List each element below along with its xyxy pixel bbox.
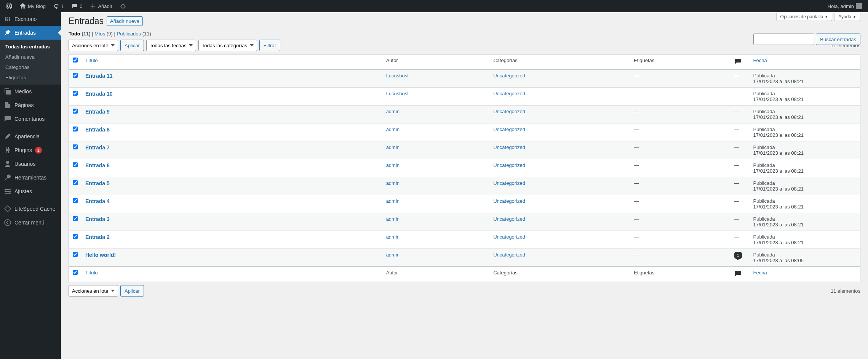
- row-checkbox[interactable]: [73, 180, 78, 185]
- row-title-link[interactable]: Entrada 10: [85, 91, 113, 97]
- sidebar-subitem-tags[interactable]: Etiquetas: [0, 72, 61, 83]
- row-author-link[interactable]: Lucushost: [386, 91, 409, 96]
- col-date[interactable]: Fecha: [753, 58, 767, 63]
- row-checkbox[interactable]: [73, 91, 78, 96]
- row-category-link[interactable]: Uncategorized: [493, 91, 525, 96]
- row-title-link[interactable]: Entrada 5: [85, 180, 110, 186]
- row-author-link[interactable]: admin: [386, 109, 400, 114]
- sidebar-item-posts[interactable]: Entradas: [0, 26, 61, 40]
- sidebar-item-appearance[interactable]: Apariencia: [0, 130, 61, 143]
- row-category-link[interactable]: Uncategorized: [493, 216, 525, 222]
- litespeed-bar-icon[interactable]: [117, 0, 129, 12]
- row-checkbox[interactable]: [73, 216, 78, 221]
- row-author-link[interactable]: admin: [386, 127, 400, 132]
- row-author-link[interactable]: admin: [386, 234, 400, 240]
- col-date-foot[interactable]: Fecha: [753, 270, 767, 276]
- category-filter-select[interactable]: Todas las categorías: [198, 40, 257, 51]
- row-category-link[interactable]: Uncategorized: [493, 234, 525, 240]
- row-checkbox[interactable]: [73, 73, 78, 78]
- bulk-action-select-bottom[interactable]: Acciones en lote: [69, 285, 118, 296]
- view-published-link[interactable]: Publicados (11): [117, 31, 151, 37]
- select-all-bottom[interactable]: [73, 270, 78, 275]
- view-all-link[interactable]: Todo: [69, 31, 80, 37]
- row-author-link[interactable]: Lucushost: [386, 73, 409, 79]
- media-icon: [4, 88, 11, 95]
- view-mine-link[interactable]: Míos (9): [94, 31, 113, 37]
- sidebar-item-comments[interactable]: Comentarios: [0, 112, 61, 126]
- svg-point-4: [5, 191, 6, 192]
- row-checkbox[interactable]: [73, 252, 78, 257]
- sidebar-item-pages[interactable]: Páginas: [0, 98, 61, 112]
- row-checkbox[interactable]: [73, 144, 78, 149]
- row-category-link[interactable]: Uncategorized: [493, 198, 525, 204]
- row-title-link[interactable]: Entrada 6: [85, 162, 110, 168]
- row-checkbox[interactable]: [73, 162, 78, 167]
- row-title-link[interactable]: Entrada 2: [85, 234, 110, 240]
- new-content-link[interactable]: Añadir: [87, 0, 115, 12]
- row-checkbox[interactable]: [73, 127, 78, 131]
- sidebar-subitem-categories[interactable]: Categorías: [0, 62, 61, 72]
- col-comments-foot[interactable]: [731, 267, 750, 282]
- apply-button-top[interactable]: Aplicar: [120, 40, 144, 51]
- site-name-link[interactable]: My Blog: [17, 0, 49, 12]
- sidebar-item-collapse[interactable]: Cerrar menú: [0, 216, 61, 229]
- row-category-link[interactable]: Uncategorized: [493, 73, 525, 79]
- sidebar-item-dashboard[interactable]: Escritorio: [0, 12, 61, 26]
- row-title-link[interactable]: Hello world!: [85, 252, 116, 258]
- row-category-link[interactable]: Uncategorized: [493, 109, 525, 114]
- search-button[interactable]: Buscar entradas: [816, 34, 860, 45]
- filter-button[interactable]: Filtrar: [259, 40, 280, 51]
- row-category-link[interactable]: Uncategorized: [493, 127, 525, 132]
- row-author-link[interactable]: admin: [386, 216, 400, 222]
- screen-options-tab[interactable]: Opciones de pantalla ▼: [776, 13, 833, 21]
- row-category-link[interactable]: Uncategorized: [493, 252, 525, 258]
- bulk-action-select-top[interactable]: Acciones en lote: [69, 40, 118, 51]
- sidebar-item-media[interactable]: Medios: [0, 85, 61, 98]
- svg-point-6: [5, 220, 11, 226]
- row-author-link[interactable]: admin: [386, 198, 400, 204]
- select-all-top[interactable]: [73, 58, 78, 63]
- col-comments[interactable]: [731, 54, 750, 70]
- sidebar-subitem-all-posts[interactable]: Todas las entradas: [0, 42, 61, 52]
- row-author-link[interactable]: admin: [386, 180, 400, 186]
- row-checkbox[interactable]: [73, 198, 78, 203]
- users-label: Usuarios: [14, 161, 35, 167]
- sidebar-item-plugins[interactable]: Plugins 1: [0, 143, 61, 157]
- row-title-link[interactable]: Entrada 4: [85, 198, 110, 204]
- apply-button-bottom[interactable]: Aplicar: [120, 285, 144, 296]
- sidebar-item-users[interactable]: Usuarios: [0, 157, 61, 171]
- row-tags: —: [630, 249, 731, 267]
- col-title-foot[interactable]: Título: [85, 270, 98, 276]
- comments-link[interactable]: 0: [69, 0, 85, 12]
- row-author-link[interactable]: admin: [386, 162, 400, 168]
- row-author-link[interactable]: admin: [386, 252, 400, 258]
- my-account[interactable]: Hola, admin: [825, 0, 865, 12]
- sidebar-subitem-add-new[interactable]: Añadir nueva: [0, 52, 61, 62]
- row-title-link[interactable]: Entrada 8: [85, 127, 110, 133]
- updates-link[interactable]: 1: [50, 0, 67, 12]
- row-comments-dash: —: [734, 144, 739, 150]
- row-comment-count[interactable]: 1: [734, 252, 742, 259]
- row-title-link[interactable]: Entrada 11: [85, 73, 113, 79]
- sidebar-item-litespeed[interactable]: LiteSpeed Cache: [0, 202, 61, 216]
- row-title-link[interactable]: Entrada 3: [85, 216, 110, 222]
- row-category-link[interactable]: Uncategorized: [493, 144, 525, 150]
- help-tab[interactable]: Ayuda ▼: [834, 13, 860, 21]
- add-new-button[interactable]: Añadir nueva: [107, 16, 143, 26]
- row-title-link[interactable]: Entrada 7: [85, 144, 110, 151]
- admin-sidebar: Escritorio Entradas Todas las entradas A…: [0, 12, 61, 359]
- row-title-link[interactable]: Entrada 9: [85, 109, 110, 115]
- sidebar-item-tools[interactable]: Herramientas: [0, 171, 61, 184]
- row-checkbox[interactable]: [73, 109, 78, 114]
- date-filter-select[interactable]: Todas las fechas: [146, 40, 196, 51]
- row-tags: —: [630, 231, 731, 249]
- row-category-link[interactable]: Uncategorized: [493, 162, 525, 168]
- row-checkbox[interactable]: [73, 234, 78, 239]
- wp-logo[interactable]: [3, 0, 15, 12]
- row-category-link[interactable]: Uncategorized: [493, 180, 525, 186]
- site-name: My Blog: [28, 3, 46, 9]
- search-input[interactable]: [753, 34, 814, 45]
- row-author-link[interactable]: admin: [386, 144, 400, 150]
- col-title[interactable]: Título: [85, 58, 98, 63]
- sidebar-item-settings[interactable]: Ajustes: [0, 184, 61, 198]
